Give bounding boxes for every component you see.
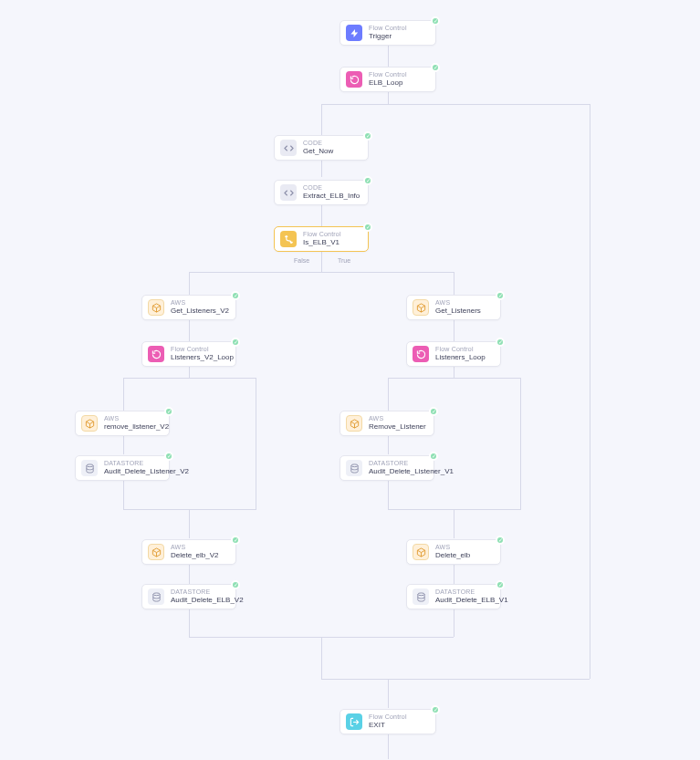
aws-cube-icon	[413, 544, 429, 560]
node-category: DATASTORE	[435, 588, 508, 597]
node-audit-delete-listener-v2[interactable]: DATASTORE Audit_Delete_Listener_V2	[75, 455, 170, 481]
connector	[388, 378, 520, 379]
connector	[321, 679, 590, 680]
node-audit-delete-elb-v2[interactable]: DATASTORE Audit_Delete_ELB_V2	[141, 584, 236, 609]
node-listeners-v2-loop[interactable]: Flow Control Listeners_V2_Loop	[141, 341, 236, 367]
loop-icon	[346, 71, 362, 88]
status-success-icon	[429, 407, 438, 416]
loop-icon	[413, 346, 429, 362]
status-success-icon	[231, 580, 240, 589]
node-title: Delete_elb	[435, 551, 470, 560]
node-extract-elb-info[interactable]: CODE Extract_ELB_Info	[274, 180, 369, 205]
node-is-elb-v1[interactable]: Flow Control Is_ELB_V1	[274, 226, 369, 252]
status-success-icon	[164, 407, 173, 416]
aws-cube-icon	[413, 299, 429, 316]
connector	[256, 378, 256, 510]
flow-canvas[interactable]: False True Flow Control Trigger Flow Con…	[0, 0, 700, 760]
node-exit[interactable]: Flow Control EXIT	[340, 709, 436, 734]
node-category: DATASTORE	[369, 460, 454, 468]
connector	[388, 480, 389, 509]
connector	[189, 365, 190, 378]
status-success-icon	[231, 338, 240, 347]
node-category: Flow Control	[171, 346, 234, 354]
code-icon	[280, 184, 297, 201]
node-remove-listener-v2[interactable]: AWS remove_listener_V2	[75, 411, 170, 436]
status-success-icon	[431, 705, 440, 714]
node-audit-delete-listener-v1[interactable]: DATASTORE Audit_Delete_Listener_V1	[340, 455, 434, 481]
svg-point-3	[417, 592, 423, 595]
node-get-now[interactable]: CODE Get_Now	[274, 135, 369, 161]
status-success-icon	[231, 291, 240, 300]
connector	[123, 436, 124, 454]
connector	[189, 509, 190, 538]
connector	[388, 44, 389, 68]
connector	[388, 436, 389, 454]
node-title: Get_Listeners_V2	[171, 307, 229, 316]
connector	[189, 272, 190, 295]
connector	[454, 272, 454, 295]
aws-cube-icon	[81, 415, 98, 432]
node-category: AWS	[104, 415, 169, 423]
lightning-icon	[346, 25, 362, 41]
node-title: Delete_elb_V2	[171, 551, 218, 560]
branch-label-false: False	[292, 257, 311, 264]
status-success-icon	[496, 338, 505, 347]
node-category: Flow Control	[369, 25, 407, 33]
node-title: Extract_ELB_Info	[303, 192, 360, 201]
connector	[189, 608, 190, 637]
svg-point-0	[86, 463, 92, 466]
node-trigger[interactable]: Flow Control Trigger	[340, 20, 436, 46]
status-success-icon	[164, 452, 173, 461]
connector	[189, 564, 190, 584]
connector	[321, 161, 322, 177]
node-listeners-loop[interactable]: Flow Control Listeners_Loop	[406, 341, 501, 367]
connector	[590, 104, 590, 679]
connector	[189, 272, 454, 273]
status-success-icon	[363, 223, 372, 232]
connector	[520, 378, 521, 510]
node-audit-delete-elb-v1[interactable]: DATASTORE Audit_Delete_ELB_V1	[406, 584, 501, 609]
datastore-icon	[346, 460, 362, 476]
node-title: remove_listener_V2	[104, 422, 169, 432]
node-title: Audit_Delete_Listener_V1	[369, 467, 454, 476]
node-get-listeners-v2[interactable]: AWS Get_Listeners_V2	[141, 295, 236, 320]
datastore-icon	[148, 588, 164, 605]
node-category: AWS	[369, 415, 426, 423]
connector	[123, 378, 124, 411]
node-title: Is_ELB_V1	[303, 238, 341, 247]
code-icon	[280, 140, 297, 156]
status-success-icon	[496, 580, 505, 589]
node-title: Get_Now	[303, 147, 333, 156]
aws-cube-icon	[148, 544, 164, 560]
status-success-icon	[231, 536, 240, 545]
connector	[454, 608, 454, 637]
node-get-listeners[interactable]: AWS Get_Listeners	[406, 295, 501, 320]
connector	[454, 319, 454, 341]
exit-icon	[346, 713, 362, 730]
node-title: Listeners_Loop	[435, 353, 486, 362]
status-success-icon	[431, 16, 440, 26]
node-category: CODE	[303, 140, 333, 148]
node-delete-elb-v2[interactable]: AWS Delete_elb_V2	[141, 539, 236, 565]
connector	[321, 104, 590, 105]
connector	[388, 734, 389, 759]
node-title: ELB_Loop	[369, 78, 407, 88]
connector	[321, 104, 322, 135]
node-remove-listener[interactable]: AWS Remove_Listener	[340, 411, 434, 436]
node-title: Audit_Delete_ELB_V1	[435, 596, 508, 605]
node-title: Listeners_V2_Loop	[171, 353, 234, 362]
node-delete-elb[interactable]: AWS Delete_elb	[406, 539, 501, 565]
connector	[123, 480, 124, 509]
connector	[388, 679, 389, 708]
status-success-icon	[363, 176, 372, 185]
connector	[321, 252, 322, 272]
node-elb-loop[interactable]: Flow Control ELB_Loop	[340, 67, 436, 92]
status-success-icon	[431, 63, 440, 72]
loop-icon	[148, 346, 164, 362]
datastore-icon	[413, 588, 429, 605]
node-category: AWS	[435, 299, 481, 307]
connector	[321, 204, 322, 226]
connector	[123, 378, 256, 379]
node-title: Audit_Delete_ELB_V2	[171, 596, 244, 605]
node-title: EXIT	[369, 721, 407, 730]
